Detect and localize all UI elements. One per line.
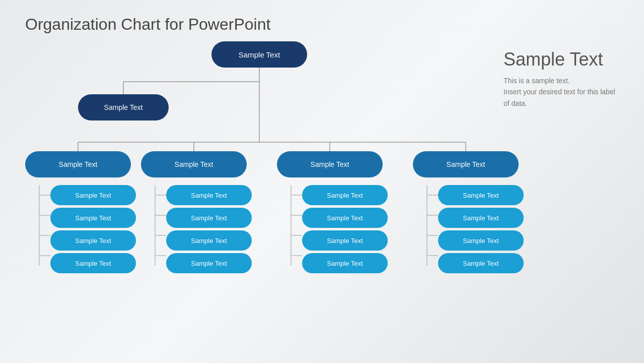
col4-sub3: Sample Text (438, 230, 524, 251)
col2-sub4: Sample Text (166, 253, 252, 273)
col4-sub1: Sample Text (438, 185, 524, 205)
col1-subs: Sample Text Sample Text Sample Text Samp… (50, 185, 136, 273)
level1-node: Sample Text (78, 94, 169, 120)
col3-head-label: Sample Text (277, 151, 383, 177)
col1-sub4: Sample Text (50, 253, 136, 273)
main-content: Sample Text Sample Text Sample Text Samp… (25, 39, 619, 353)
col3-sub4: Sample Text (302, 253, 388, 273)
col2-sub3: Sample Text (166, 230, 252, 251)
col4-head: Sample Text (413, 151, 519, 177)
col1-head: Sample Text (25, 151, 131, 177)
col3-sub2: Sample Text (302, 208, 388, 228)
col1-head-label: Sample Text (25, 151, 131, 177)
root-node: Sample Text (211, 41, 307, 68)
page-title: Organization Chart for PowerPoint (25, 15, 619, 34)
root-node-label: Sample Text (211, 41, 307, 68)
col3-sub3: Sample Text (302, 230, 388, 251)
col2-sub2: Sample Text (166, 208, 252, 228)
col2-sub1: Sample Text (166, 185, 252, 205)
chart-area: Sample Text Sample Text Sample Text Samp… (25, 39, 493, 353)
col1-sub1: Sample Text (50, 185, 136, 205)
col1-sub3: Sample Text (50, 230, 136, 251)
col1-sub2: Sample Text (50, 208, 136, 228)
col3-head: Sample Text (277, 151, 383, 177)
sidebar-title: Sample Text (504, 49, 619, 70)
col3-subs: Sample Text Sample Text Sample Text Samp… (302, 185, 388, 273)
col3-sub1: Sample Text (302, 185, 388, 205)
col4-sub4: Sample Text (438, 253, 524, 273)
sidebar-body: This is a sample text.Insert your desire… (504, 75, 619, 109)
col2-head: Sample Text (141, 151, 247, 177)
level1-node-label: Sample Text (78, 94, 169, 120)
col2-subs: Sample Text Sample Text Sample Text Samp… (166, 185, 252, 273)
page: Organization Chart for PowerPoint (0, 0, 644, 363)
col4-subs: Sample Text Sample Text Sample Text Samp… (438, 185, 524, 273)
col4-head-label: Sample Text (413, 151, 519, 177)
chart-wrapper: Sample Text Sample Text Sample Text Samp… (25, 41, 493, 309)
col4-sub2: Sample Text (438, 208, 524, 228)
col2-head-label: Sample Text (141, 151, 247, 177)
